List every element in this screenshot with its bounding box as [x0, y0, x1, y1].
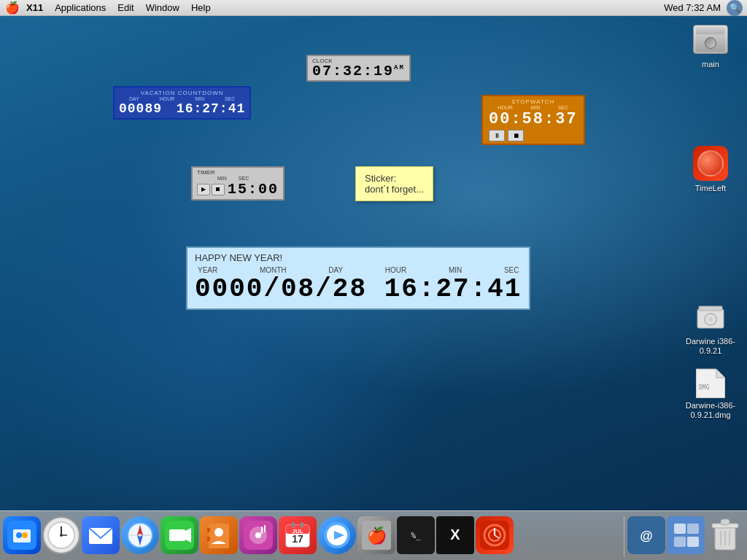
stopwatch-title: STOPWATCH — [489, 98, 578, 105]
dock-item-facetime[interactable] — [160, 516, 198, 554]
svg-rect-60 — [721, 519, 729, 525]
dock-left: JUL 17 🍎 %_ — [0, 516, 624, 557]
svg-rect-54 — [674, 524, 686, 534]
timer-value: 15:00 — [228, 181, 279, 198]
apple-menu[interactable]: 🍎 — [4, 0, 20, 16]
svg-text:17: 17 — [292, 533, 303, 545]
hdd-label: main — [702, 60, 719, 69]
menu-edit[interactable]: Edit — [112, 0, 139, 16]
clock-time: 07:32:19AM — [312, 64, 405, 79]
clock-widget[interactable]: CLOCK 07:32:19AM — [306, 55, 411, 82]
darwine-dmg-label: Darwine-i386-0.9.21.dmg — [681, 401, 740, 420]
dock-item-timeleft[interactable] — [476, 516, 514, 554]
svg-rect-8 — [13, 529, 31, 542]
sticker-line1: Sticker: — [365, 173, 424, 184]
svg-point-28 — [214, 528, 223, 537]
darwine-drive-icon — [693, 299, 728, 334]
dock-item-quicktime[interactable] — [318, 516, 356, 554]
timeleft-icon — [693, 146, 728, 181]
newyear-title: HAPPY NEW YEAR! — [195, 252, 522, 263]
dock-item-finder[interactable] — [3, 516, 41, 554]
svg-rect-32 — [261, 526, 263, 534]
dock-item-sysprefs[interactable]: 🍎 — [357, 516, 395, 554]
timeleft-label: TimeLeft — [695, 184, 726, 193]
desktop-icon-main[interactable]: main — [681, 22, 740, 69]
svg-text:X: X — [450, 526, 460, 542]
svg-rect-27 — [207, 537, 210, 541]
dock-item-ical[interactable]: JUL 17 — [279, 516, 317, 554]
timer-widget[interactable]: TIMER MINSEC ▶ ⏹ 15:00 — [191, 166, 285, 201]
svg-rect-56 — [674, 537, 686, 547]
svg-point-31 — [255, 532, 261, 538]
menu-help[interactable]: Help — [185, 0, 217, 16]
svg-point-3 — [708, 317, 713, 322]
terminal-icon-text: %_ — [411, 531, 420, 540]
stopwatch-reset-button[interactable]: ⏹ — [508, 130, 524, 141]
sticker-line2: dont´t forget... — [365, 184, 424, 195]
vacation-labels: DAYHOURMINSEC — [119, 96, 245, 101]
stopwatch-pause-button[interactable]: ⏸ — [489, 130, 505, 141]
stopwatch-time: 00:58:37 — [489, 110, 578, 128]
newyear-labels: YEARMONTHDAYHOURMINSEC — [195, 266, 522, 274]
dock-right: @ — [624, 516, 747, 557]
newyear-widget[interactable]: HAPPY NEW YEAR! YEARMONTHDAYHOURMINSEC 0… — [186, 246, 530, 310]
timer-stop-button[interactable]: ⏹ — [212, 184, 225, 195]
svg-text:@: @ — [640, 529, 653, 543]
vacation-title: VACATION COUNTDOWN — [119, 90, 245, 96]
newyear-values: 0000/08/28 16:27:41 — [195, 274, 522, 304]
dock-item-trash[interactable] — [706, 516, 744, 554]
stopwatch-labels: HOURMINSEC — [489, 105, 578, 110]
desktop-icon-darwine-dmg[interactable]: DMG Darwine-i386-0.9.21.dmg — [681, 363, 740, 420]
timer-play-button[interactable]: ▶ — [197, 184, 210, 195]
vacation-values: 00089 16:27:41 — [119, 101, 245, 116]
dock-item-x11[interactable]: X — [436, 516, 474, 554]
menu-window[interactable]: Window — [140, 0, 185, 16]
dock-item-mail[interactable] — [82, 516, 120, 554]
dock-item-clock[interactable] — [42, 516, 80, 554]
menu-clock: Wed 7:32 AM — [664, 2, 721, 13]
desktop-icon-darwine-drive[interactable]: Darwine i386-0.9.21 — [681, 299, 740, 356]
dock-item-terminal[interactable]: %_ — [397, 516, 435, 554]
timer-title: TIMER — [197, 169, 279, 176]
svg-marker-5 — [716, 369, 725, 378]
spotlight-icon[interactable]: 🔍 — [727, 0, 743, 16]
svg-rect-23 — [169, 529, 185, 541]
darwine-dmg-icon: DMG — [693, 363, 728, 398]
dock-item-addressbook[interactable] — [200, 516, 238, 554]
stopwatch-controls: ⏸ ⏹ — [489, 130, 578, 141]
dock-item-itunes[interactable] — [239, 516, 277, 554]
svg-text:DMG: DMG — [699, 384, 710, 391]
svg-point-9 — [16, 532, 22, 538]
menubar: 🍎 X11 Applications Edit Window Help Wed … — [0, 0, 747, 16]
dock: JUL 17 🍎 %_ — [0, 510, 747, 560]
menu-applications[interactable]: Applications — [49, 0, 112, 16]
svg-rect-26 — [207, 528, 210, 532]
svg-rect-57 — [687, 537, 699, 547]
svg-rect-55 — [687, 524, 699, 534]
menu-x11[interactable]: X11 — [20, 0, 49, 16]
dock-item-safari[interactable] — [121, 516, 159, 554]
svg-point-10 — [22, 532, 28, 538]
timer-labels: MINSEC — [217, 176, 279, 181]
svg-rect-1 — [699, 306, 722, 311]
sticker-widget[interactable]: Sticker: dont´t forget... — [355, 166, 433, 201]
darwine-drive-label: Darwine i386-0.9.21 — [681, 337, 740, 356]
stopwatch-widget[interactable]: STOPWATCH HOURMINSEC 00:58:37 ⏸ ⏹ — [481, 95, 585, 145]
hdd-icon — [693, 22, 728, 57]
dock-item-window-switcher[interactable] — [667, 516, 705, 554]
svg-text:🍎: 🍎 — [367, 526, 387, 545]
dock-item-mail-right[interactable]: @ — [627, 516, 665, 554]
svg-rect-33 — [264, 525, 266, 532]
vacation-widget[interactable]: VACATION COUNTDOWN DAYHOURMINSEC 00089 1… — [113, 86, 251, 120]
svg-rect-38 — [292, 522, 295, 528]
svg-rect-39 — [301, 522, 303, 528]
desktop-icon-timeleft[interactable]: TimeLeft — [681, 146, 740, 193]
